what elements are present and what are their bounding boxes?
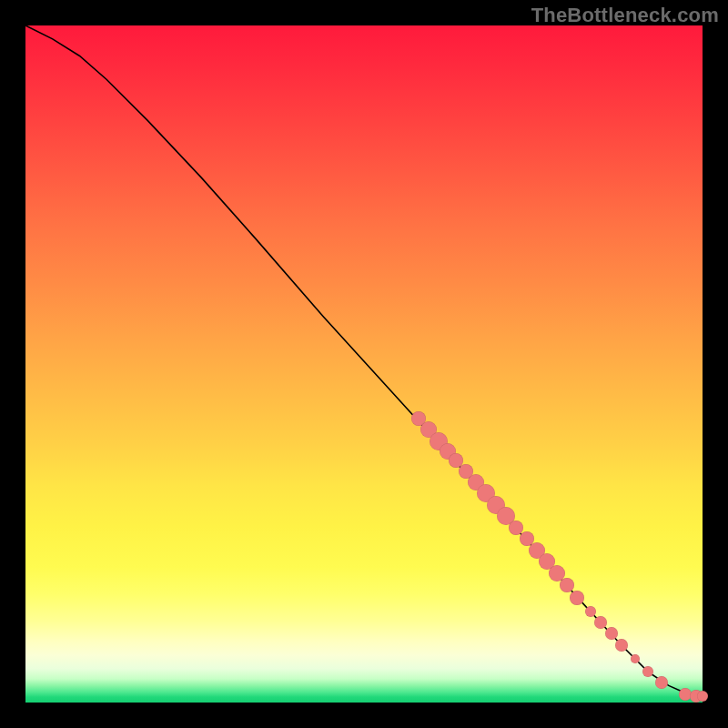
data-point xyxy=(570,591,584,605)
data-point xyxy=(655,676,668,689)
data-point xyxy=(594,616,607,629)
data-point xyxy=(605,627,618,640)
data-point xyxy=(560,578,574,592)
data-point xyxy=(697,691,708,702)
watermark-text: TheBottleneck.com xyxy=(531,4,719,27)
data-point xyxy=(585,606,596,617)
data-point xyxy=(615,639,628,652)
data-point xyxy=(642,666,653,677)
data-point xyxy=(631,654,640,663)
curve-line xyxy=(25,25,703,703)
